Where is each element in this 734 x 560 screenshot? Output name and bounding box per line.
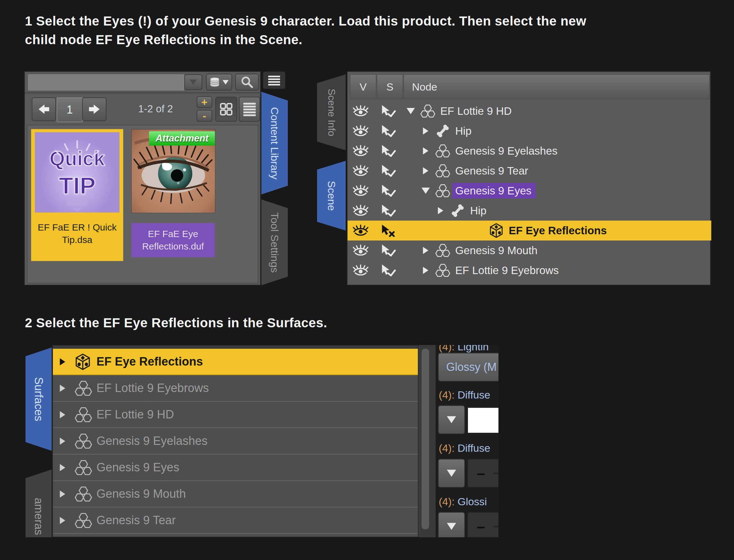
surface-label[interactable]: Genesis 9 Mouth [96,487,186,501]
visibility-eye-icon[interactable] [348,224,374,237]
visibility-eye-icon[interactable] [348,145,374,157]
scrollbar-thumb[interactable] [422,349,429,529]
visibility-eye-icon[interactable] [348,165,374,177]
node-label-selected[interactable]: EF Eye Reflections [506,224,607,237]
search-button[interactable] [235,74,259,91]
column-header-visible[interactable]: V [350,74,376,99]
scene-row-hip-child[interactable]: Hip [348,201,711,221]
node-label[interactable]: EF Lottie 9 HD [437,105,512,117]
scene-row-ef-lottie-9-eyebrows[interactable]: EF Lottie 9 Eyebrows [348,260,711,280]
diffuse-color-dropdown-button[interactable] [438,405,465,434]
figure-icon [433,184,452,198]
scene-row-ef-lottie-9-hd[interactable]: EF Lottie 9 HD [348,101,711,121]
tab-scene-info[interactable]: Scene Info [317,74,346,150]
column-header-node[interactable]: Node [404,74,709,99]
visibility-eye-icon[interactable] [348,204,374,217]
scene-row-genesis-9-tear[interactable]: Genesis 9 Tear [348,161,711,181]
node-label[interactable]: Genesis 9 Tear [452,165,528,177]
expand-arrow-icon[interactable] [418,266,433,274]
grid-view-button[interactable] [215,97,237,122]
diffuse-strength-dropdown-button[interactable] [438,459,465,488]
library-item-quick-tip[interactable]: Quick TIP EF FaE ER ! Quick Tip.dsa [31,129,123,261]
visibility-eye-icon[interactable] [348,244,374,257]
tab-scene[interactable]: Scene [317,161,346,231]
surface-row-ef-lottie-9-hd[interactable]: EF Lottie 9 HD [53,402,418,428]
shader-preset-button[interactable]: Glossy (M [438,353,498,381]
selectable-cursor-check-icon[interactable] [374,124,403,138]
prev-page-button[interactable] [32,97,56,121]
plus-icon: + [201,96,208,108]
page-number-field[interactable]: 1 [57,97,83,122]
node-label-selected[interactable]: Genesis 9 Eyes [452,183,536,198]
node-label[interactable]: Genesis 9 Eyelashes [452,145,558,157]
visibility-eye-icon[interactable] [348,105,374,117]
expand-arrow-icon[interactable] [418,147,433,155]
column-header-selectable[interactable]: S [377,74,403,99]
list-view-button[interactable] [239,97,260,122]
surface-row-genesis-9-mouth[interactable]: Genesis 9 Mouth [53,481,418,507]
surface-label[interactable]: Genesis 9 Tear [96,514,176,527]
node-label[interactable]: EF Lottie 9 Eyebrows [452,264,559,277]
expand-arrow-icon[interactable] [58,464,75,472]
expand-arrow-icon[interactable] [418,167,433,175]
tab-cameras[interactable]: ameras [26,469,52,537]
surface-row-genesis-9-tear[interactable]: Genesis 9 Tear [53,507,418,534]
node-label[interactable]: Hip [452,125,472,137]
expand-arrow-icon[interactable] [433,207,448,215]
surface-row-genesis-9-eyelashes[interactable]: Genesis 9 Eyelashes [53,428,418,455]
glossiness-dropdown-button[interactable] [438,512,465,537]
tab-content-library[interactable]: Content Library [261,92,288,194]
tab-surfaces[interactable]: Surfaces [26,348,52,451]
selectable-cursor-check-icon[interactable] [374,164,403,178]
visibility-eye-icon[interactable] [348,184,374,197]
scene-row-ef-eye-reflections[interactable]: EF Eye Reflections [348,221,711,240]
expand-arrow-icon[interactable] [418,127,433,135]
surface-row-ef-lottie-9-eyebrows[interactable]: EF Lottie 9 Eyebrows [53,375,418,402]
surface-label[interactable]: Genesis 9 Eyes [96,461,179,474]
next-page-button[interactable] [82,97,106,121]
selectable-cursor-check-icon[interactable] [374,264,403,277]
expand-arrow-icon[interactable] [58,384,75,392]
collapse-arrow-icon[interactable] [418,187,433,194]
diffuse-strength-slider[interactable]: – [467,459,498,488]
selectable-cursor-x-icon[interactable] [374,224,403,237]
scene-row-genesis-9-eyelashes[interactable]: Genesis 9 Eyelashes [348,141,711,161]
diffuse-color-swatch[interactable]: 2 [467,407,498,433]
panel-menu-button[interactable] [263,71,286,89]
zoom-out-button[interactable]: - [197,110,212,122]
surface-row-genesis-9-eyes[interactable]: Genesis 9 Eyes [53,455,418,481]
scene-row-genesis-9-mouth[interactable]: Genesis 9 Mouth [348,240,711,260]
visibility-eye-icon[interactable] [348,264,374,277]
scene-row-hip[interactable]: Hip [348,121,711,141]
collapse-arrow-icon[interactable] [403,107,418,115]
selectable-cursor-check-icon[interactable] [374,244,403,257]
expand-arrow-icon[interactable] [58,437,75,445]
surfaces-scrollbar[interactable] [418,345,436,537]
zoom-in-button[interactable]: + [197,96,212,108]
node-label[interactable]: Hip [467,204,487,217]
selectable-cursor-check-icon[interactable] [374,204,403,217]
surface-row-ef-eye-reflections[interactable]: EF Eye Reflections [53,349,418,375]
scene-tree-rows: EF Lottie 9 HD Hip Genesis 9 Eye [348,101,711,280]
database-button[interactable] [206,74,232,91]
glossiness-slider[interactable]: – [467,512,498,537]
surface-label[interactable]: EF Lottie 9 HD [96,408,174,421]
expand-arrow-icon[interactable] [58,490,75,498]
node-label[interactable]: Genesis 9 Mouth [452,244,538,257]
scene-row-genesis-9-eyes[interactable]: Genesis 9 Eyes [348,181,711,201]
selectable-cursor-check-icon[interactable] [374,144,403,158]
expand-arrow-icon[interactable] [418,246,433,254]
expand-arrow-icon[interactable] [58,358,75,366]
surface-label-selected[interactable]: EF Eye Reflections [96,355,203,368]
path-dropdown-button[interactable] [184,74,202,90]
path-field[interactable] [28,74,184,91]
expand-arrow-icon[interactable] [58,411,75,419]
expand-arrow-icon[interactable] [58,516,75,525]
visibility-eye-icon[interactable] [348,125,374,137]
surface-label[interactable]: Genesis 9 Eyelashes [96,434,208,448]
library-item-eye-reflections[interactable]: Attachment EF FaE Eye Reflections.duf [131,129,215,261]
selectable-cursor-check-icon[interactable] [374,104,403,118]
surface-label[interactable]: EF Lottie 9 Eyebrows [96,381,209,395]
tab-tool-settings[interactable]: Tool Settings [261,199,288,285]
selectable-cursor-check-icon[interactable] [374,184,403,198]
